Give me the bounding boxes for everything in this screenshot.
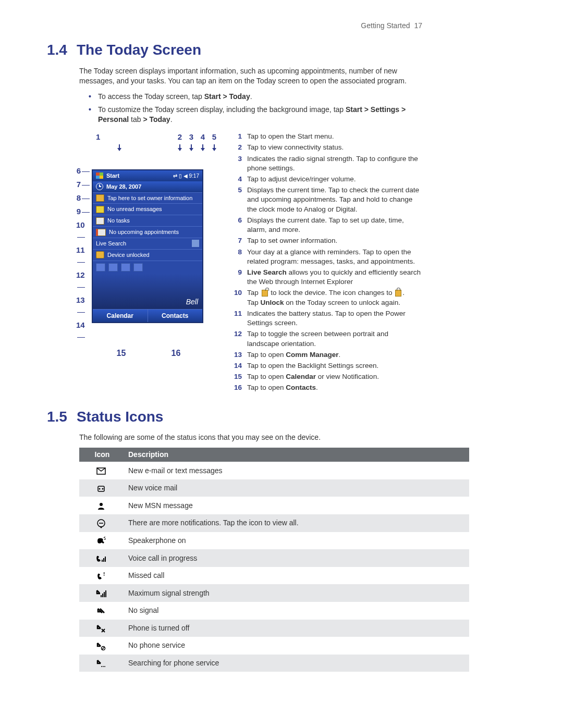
desc-call-in-progress: Voice call in progress xyxy=(123,549,469,567)
svg-point-2 xyxy=(99,488,101,489)
page-header: Getting Started 17 xyxy=(47,21,422,31)
desc-no-service: No phone service xyxy=(123,637,469,655)
th-icon: Icon xyxy=(79,448,123,462)
date-text: May 28, 2007 xyxy=(106,183,141,191)
svg-point-17 xyxy=(101,666,102,667)
rotate-icon xyxy=(108,263,118,272)
th-description: Description xyxy=(123,448,469,462)
callout-9: 9 xyxy=(77,206,90,217)
svg-rect-12 xyxy=(102,594,103,597)
phone-off-icon xyxy=(79,620,123,637)
battery-icon xyxy=(96,263,105,272)
svg-rect-14 xyxy=(105,590,106,597)
owner-info-text: Tap here to set owner information xyxy=(107,194,192,202)
section-1-5-title: Status Icons xyxy=(77,407,163,427)
callout-14: 14 xyxy=(76,319,90,342)
callout-2: 2 xyxy=(174,132,186,142)
callout-11: 11 xyxy=(76,244,90,267)
bullet-customize-today: To customize the Today screen display, i… xyxy=(89,105,422,125)
softkey-contacts: Contacts xyxy=(148,310,203,322)
brand-area: Bell xyxy=(93,274,202,309)
callout-6: 6 xyxy=(77,165,90,177)
callout-10: 10 xyxy=(76,219,90,242)
section-1-4-heading: 1.4 The Today Screen xyxy=(47,40,422,60)
no-service-icon xyxy=(79,637,123,655)
calendar-icon xyxy=(96,229,106,236)
svg-point-4 xyxy=(100,503,103,506)
callout-5: 5 xyxy=(209,132,220,142)
tasks-icon xyxy=(96,217,104,225)
callout-13: 13 xyxy=(76,294,90,317)
desc-speakerphone: Speakerphone on xyxy=(123,532,469,550)
comm-manager-icon xyxy=(121,263,130,272)
mail-icon xyxy=(79,462,123,479)
desc-mail: New e-mail or text messages xyxy=(123,462,469,479)
callout-1: 1 xyxy=(94,132,143,142)
svg-rect-7 xyxy=(102,560,103,562)
section-1-4-number: 1.4 xyxy=(47,40,67,60)
header-section: Getting Started xyxy=(361,21,410,30)
section-1-5-intro: The following are some of the status ico… xyxy=(79,433,422,442)
section-1-4-title: The Today Screen xyxy=(77,40,201,60)
device-unlocked-text: Device unlocked xyxy=(107,251,150,259)
live-search-text: Live Search xyxy=(96,240,126,248)
searching-service-icon xyxy=(79,655,123,672)
svg-rect-8 xyxy=(103,558,104,562)
voicemail-icon xyxy=(79,479,123,497)
side-callouts: 6 7 8 9 10 11 12 13 14 xyxy=(76,165,90,342)
windows-flag-icon xyxy=(96,172,103,179)
messages-text: No unread messages xyxy=(107,205,162,213)
svg-rect-11 xyxy=(101,595,102,597)
desc-voicemail: New voice mail xyxy=(123,479,469,497)
status-icons-table: Icon Description New e-mail or text mess… xyxy=(79,448,469,672)
tasks-text: No tasks xyxy=(107,217,130,225)
call-in-progress-icon xyxy=(79,549,123,567)
today-figure: 1 2 3 4 5 6 7 8 9 10 xyxy=(76,132,220,359)
message-icon xyxy=(96,206,104,213)
svg-rect-13 xyxy=(104,592,105,597)
speakerphone-icon xyxy=(79,532,123,550)
today-legend: 1Tap to open the Start menu. 2Tap to vie… xyxy=(230,132,422,394)
svg-point-18 xyxy=(103,666,104,667)
backlight-icon xyxy=(133,263,143,272)
owner-icon xyxy=(96,194,104,202)
section-1-5-heading: 1.5 Status Icons xyxy=(47,407,422,427)
bullet-access-today: To access the Today screen, tap Start > … xyxy=(89,92,422,102)
callout-3: 3 xyxy=(186,132,197,142)
desc-searching-service: Searching for phone service xyxy=(123,655,469,672)
status-area: ⇄ ▯ ◀ 9:17 xyxy=(173,172,199,180)
callout-16: 16 xyxy=(149,348,203,359)
section-1-5-number: 1.5 xyxy=(47,407,67,427)
msn-icon xyxy=(79,497,123,514)
svg-point-19 xyxy=(104,666,105,667)
desc-notifications: There are more notifications. Tap the ic… xyxy=(123,514,469,532)
clock-icon xyxy=(96,183,103,190)
desc-msn: New MSN message xyxy=(123,497,469,514)
softkey-calendar: Calendar xyxy=(93,310,148,322)
svg-line-16 xyxy=(102,647,105,649)
max-signal-icon xyxy=(79,584,123,602)
search-icon xyxy=(192,240,199,247)
unlock-icon xyxy=(262,290,268,297)
missed-call-icon: ! xyxy=(79,567,123,585)
desc-max-signal: Maximum signal strength xyxy=(123,584,469,602)
desc-no-signal: No signal xyxy=(123,602,469,620)
svg-text:!: ! xyxy=(103,572,105,577)
callout-8: 8 xyxy=(77,192,90,204)
lock-icon xyxy=(96,251,104,258)
section-1-4-intro: The Today screen displays important info… xyxy=(79,66,422,86)
appointments-text: No upcoming appointments xyxy=(109,228,179,236)
callout-15: 15 xyxy=(94,348,149,359)
callout-4: 4 xyxy=(197,132,209,142)
header-page-number: 17 xyxy=(414,21,422,30)
desc-phone-off: Phone is turned off xyxy=(123,620,469,637)
today-screen-mock: Start ⇄ ▯ ◀ 9:17 May 28, 2007 Tap here t… xyxy=(92,169,203,323)
callout-12: 12 xyxy=(76,269,90,292)
svg-point-3 xyxy=(102,488,104,489)
desc-missed-call: Missed call xyxy=(123,567,469,585)
lock-icon xyxy=(395,290,401,297)
notifications-icon xyxy=(79,514,123,532)
no-signal-icon xyxy=(79,602,123,620)
section-1-4-bullets: To access the Today screen, tap Start > … xyxy=(89,92,422,125)
callout-7: 7 xyxy=(77,179,90,190)
